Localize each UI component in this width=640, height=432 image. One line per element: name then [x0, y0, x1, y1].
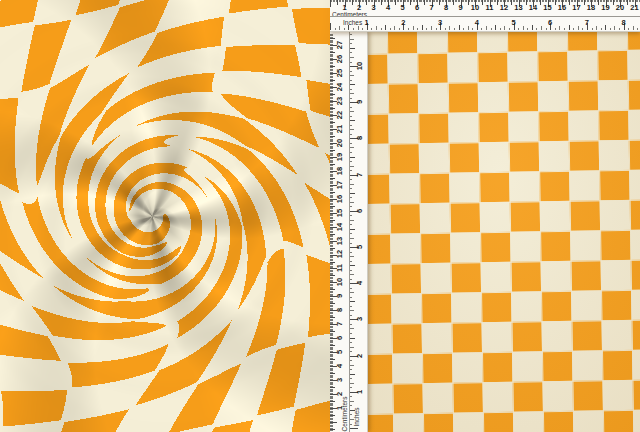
inch-tick — [330, 23, 331, 30]
cm-tick — [330, 79, 333, 80]
cm-number: 8 — [444, 4, 448, 12]
cm-number: 21 — [630, 4, 638, 12]
cm-tick — [330, 84, 333, 85]
cm-tick — [330, 208, 333, 209]
inch-tick — [509, 28, 510, 30]
cm-tick — [330, 242, 333, 243]
cm-tick — [330, 285, 333, 286]
cm-tick — [330, 361, 333, 362]
cm-tick — [330, 174, 333, 175]
inch-tick — [350, 310, 354, 311]
cm-tick — [330, 37, 333, 38]
cm-tick — [330, 382, 333, 383]
cm-tick — [330, 65, 333, 66]
inch-tick — [614, 26, 615, 30]
inch-tick — [350, 265, 356, 266]
cm-tick — [330, 221, 333, 222]
inch-tick — [518, 28, 519, 30]
cm-tick — [330, 430, 333, 431]
inch-tick — [394, 26, 395, 30]
cm-number: 16 — [336, 194, 344, 202]
cm-tick — [330, 256, 333, 257]
cm-tick — [330, 372, 333, 373]
inch-tick — [350, 233, 353, 234]
cm-number: 1 — [336, 406, 344, 410]
cm-tick — [330, 62, 333, 63]
cm-number: 27 — [336, 41, 344, 49]
cm-tick — [330, 393, 333, 394]
cm-tick — [330, 133, 333, 134]
inch-tick — [500, 28, 501, 30]
cm-number: 1 — [342, 4, 346, 12]
cm-number: 13 — [514, 4, 522, 12]
cm-tick — [330, 190, 333, 191]
cm-tick — [330, 257, 333, 258]
cm-tick — [330, 112, 333, 113]
cm-tick — [330, 55, 333, 56]
cm-tick — [330, 264, 333, 265]
fabric-flat-panel: Centimeters Inches 123456789101112131415… — [330, 0, 640, 432]
inch-tick — [350, 206, 353, 207]
cm-tick — [330, 206, 335, 207]
cm-tick — [330, 58, 333, 59]
cm-tick — [330, 262, 335, 263]
cm-tick — [330, 345, 335, 346]
inch-tick — [350, 43, 353, 44]
cm-tick — [330, 273, 333, 274]
inch-tick — [350, 306, 353, 307]
inch-tick — [350, 34, 353, 35]
cm-tick — [330, 182, 333, 183]
inch-tick — [637, 28, 638, 30]
cm-tick — [330, 167, 333, 168]
cm-tick — [330, 44, 333, 45]
cm-tick — [330, 411, 333, 412]
inch-tick — [350, 274, 354, 275]
cm-tick — [330, 200, 333, 201]
inch-tick — [350, 179, 353, 180]
cm-tick — [330, 414, 333, 415]
cm-tick — [330, 181, 333, 182]
cm-tick — [330, 81, 333, 82]
cm-tick — [330, 107, 333, 108]
inch-tick — [350, 57, 354, 58]
horizontal-ruler: Centimeters Inches 123456789101112131415… — [330, 0, 640, 32]
cm-tick — [330, 86, 333, 87]
cm-tick — [330, 136, 335, 137]
cm-tick — [330, 308, 333, 309]
cm-tick — [330, 398, 333, 399]
cm-number: 14 — [529, 4, 537, 12]
cm-tick — [330, 74, 333, 75]
cm-tick — [330, 83, 333, 84]
inch-tick — [348, 25, 349, 30]
cm-tick — [330, 295, 333, 296]
cm-tick — [330, 154, 333, 155]
cm-tick — [330, 102, 333, 103]
cm-number: 3 — [371, 4, 375, 12]
inch-tick — [449, 26, 450, 30]
cm-tick — [330, 288, 333, 289]
inch-tick — [350, 396, 353, 397]
cm-number: 9 — [458, 4, 462, 12]
inch-tick — [582, 28, 583, 30]
inch-tick — [413, 26, 414, 30]
cm-tick — [330, 150, 335, 151]
cm-tick — [330, 386, 333, 387]
inch-tick — [350, 333, 353, 334]
inch-tick — [523, 26, 524, 30]
cm-tick — [330, 320, 333, 321]
inch-tick — [408, 28, 409, 30]
inch-number: 8 — [356, 136, 364, 140]
cm-tick — [330, 130, 333, 131]
inch-number: 2 — [356, 354, 364, 358]
inch-tick — [371, 28, 372, 30]
cm-tick — [330, 49, 333, 50]
cm-tick — [330, 52, 335, 53]
cm-tick — [330, 132, 333, 133]
cm-tick — [330, 172, 333, 173]
cm-tick — [330, 134, 333, 135]
cm-tick — [330, 67, 333, 68]
cm-tick — [330, 141, 333, 142]
inch-tick — [350, 324, 353, 325]
cm-tick — [330, 231, 333, 232]
cm-tick — [330, 192, 335, 193]
